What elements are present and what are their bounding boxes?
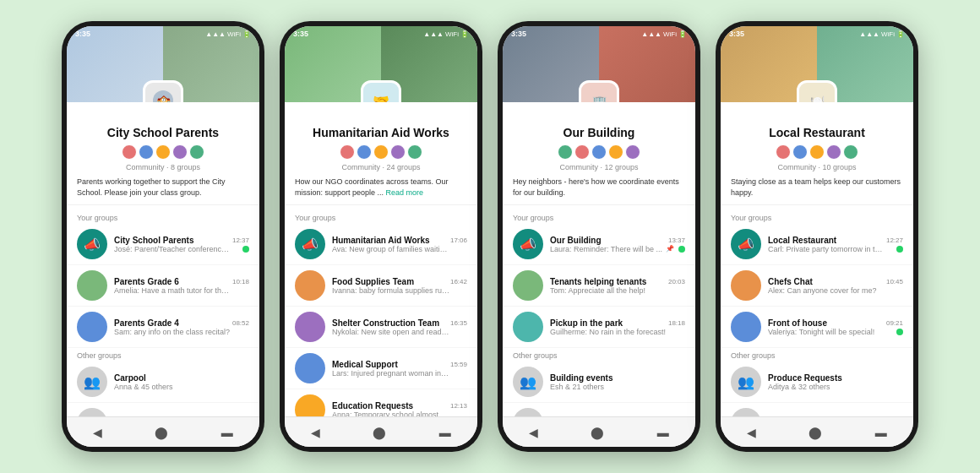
phone-body: Local Restaurant Community · 10 groups S… [721,102,913,416]
recents-button[interactable]: ▬ [221,426,233,439]
group-item[interactable]: Food Supplies Team 16:42 Ivanna: baby fo… [285,265,477,307]
group-info: Parents Grade 6 10:18 Amelia: Have a mat… [114,277,249,295]
group-avatar-icon: 👥 [77,367,107,397]
group-info: Chefs Chat 10:45 Alex: Can anyone cover … [768,277,903,295]
battery-icon: 🔋 [460,30,469,38]
group-item[interactable]: 👥 Parents Grade 5 [67,403,259,416]
group-item[interactable]: Front of house 09:21 Valeriya: Tonight w… [721,307,913,348]
phone-header: 3:35 ▲▲▲ WiFi 🔋 🏫 [67,26,259,102]
group-time: 12:27 [886,236,903,244]
group-name: Front of house [768,318,827,328]
status-bar: 3:35 ▲▲▲ WiFi 🔋 [511,30,687,38]
group-name: Chefs Chat [768,277,813,286]
group-item[interactable]: 👥 Building events Esh & 21 others [503,362,695,403]
wifi-icon: WiFi [227,30,241,38]
group-item[interactable]: 👥 Monthly Volunteering [721,403,913,416]
wifi-icon: WiFi [663,30,677,38]
back-button[interactable]: ◀ [529,426,538,439]
group-name: City School Parents [114,236,193,245]
group-info: Building events Esh & 21 others [550,373,685,391]
group-avatar [295,353,325,383]
back-button[interactable]: ◀ [747,426,756,439]
home-button[interactable]: ⬤ [373,426,386,439]
group-preview: Lars: Injured pregnant woman in need ... [332,369,450,378]
group-item[interactable]: Pickup in the park 18:18 Guilherme: No r… [503,307,695,348]
group-item[interactable]: 👥 Carpool Anna & 45 others [67,362,259,403]
group-preview: Aditya & 32 others [768,383,830,391]
group-info: Produce Requests Aditya & 32 others [768,373,903,391]
group-info: Tenants helping tenants 20:03 Tom: Appre… [550,277,685,295]
group-item[interactable]: 📣 Our Building 13:37 Laura: Reminder: Th… [503,224,695,265]
group-info: Front of house 09:21 Valeriya: Tonight w… [768,318,903,336]
community-meta: Community · 8 groups [77,163,249,171]
back-button[interactable]: ◀ [311,426,320,439]
group-info: Medical Support 15:59 Lars: Injured preg… [332,360,467,378]
group-avatar-icon: 👥 [731,408,761,416]
status-bar: 3:35 ▲▲▲ WiFi 🔋 [293,30,469,38]
group-item[interactable]: Medical Support 15:59 Lars: Injured preg… [285,348,477,389]
community-icon: 🏫 [143,80,183,102]
avatar [155,144,171,160]
status-time: 3:35 [293,30,308,38]
group-info: City School Parents 12:37 José: Parent/T… [114,236,249,253]
member-avatars [513,144,685,160]
community-icon: 🍽️ [797,80,837,102]
avatar [608,144,623,160]
avatar [776,144,791,160]
group-time: 12:13 [450,402,467,410]
group-avatar [77,312,107,342]
group-item[interactable]: Chefs Chat 10:45 Alex: Can anyone cover … [721,265,913,307]
back-button[interactable]: ◀ [93,426,102,439]
group-item[interactable]: Tenants helping tenants 20:03 Tom: Appre… [503,265,695,307]
avatar [558,144,573,160]
group-item[interactable]: 📣 Humanitarian Aid Works 17:06 Ava: New … [285,224,477,265]
group-time: 16:35 [450,319,467,327]
phone-screen: 3:35 ▲▲▲ WiFi 🔋 🏫 City School Parents Co… [67,26,259,447]
member-avatars [731,144,903,160]
status-time: 3:35 [511,30,526,38]
recents-button[interactable]: ▬ [875,426,887,439]
group-item[interactable]: 👥 Dog owners [503,403,695,416]
group-time: 18:18 [668,319,685,327]
group-preview: Esh & 21 others [550,383,604,391]
group-avatar-icon: 👥 [731,367,761,397]
group-preview: Guilherme: No rain in the forecast! [550,328,666,336]
group-item[interactable]: 📣 City School Parents 12:37 José: Parent… [67,224,259,265]
group-item[interactable]: Parents Grade 4 08:52 Sam: any info on t… [67,307,259,348]
group-item[interactable]: Shelter Construction Team 16:35 Nykolai:… [285,307,477,348]
group-name: Humanitarian Aid Works [332,236,430,245]
group-preview: Nykolai: New site open and ready for ... [332,328,450,336]
community-info: Our Building Community · 12 groups Hey n… [503,102,695,205]
community-name: Our Building [513,126,685,139]
group-item[interactable]: 📣 Local Restaurant 12:27 Carl: Private p… [721,224,913,265]
group-item[interactable]: 👥 Produce Requests Aditya & 32 others [721,362,913,403]
svg-text:🏢: 🏢 [592,95,607,102]
group-info: Food Supplies Team 16:42 Ivanna: baby fo… [332,277,467,295]
group-time: 08:52 [232,319,249,327]
group-avatar [295,312,325,342]
group-name: Tenants helping tenants [550,277,646,286]
group-info: Local Restaurant 12:27 Carl: Private par… [768,236,903,253]
avatar [340,144,355,160]
group-time: 16:42 [450,278,467,285]
group-item[interactable]: Education Requests 12:13 Anna: Temporary… [285,389,477,416]
wifi-icon: WiFi [881,30,895,38]
signal-icon: ▲▲▲ [205,30,226,38]
read-more-link[interactable]: Read more [386,188,424,197]
signal-icon: ▲▲▲ [641,30,662,38]
group-name: Produce Requests [768,373,842,383]
phone-footer: ◀ ⬤ ▬ [67,416,259,447]
community-name: City School Parents [77,126,249,139]
your-groups-label: Your groups [285,210,477,224]
home-button[interactable]: ⬤ [591,426,604,439]
recents-button[interactable]: ▬ [439,426,451,439]
status-bar: 3:35 ▲▲▲ WiFi 🔋 [729,30,905,38]
group-item[interactable]: Parents Grade 6 10:18 Amelia: Have a mat… [67,265,259,307]
avatar [625,144,640,160]
group-preview: Anna & 45 others [114,383,173,391]
home-button[interactable]: ⬤ [155,426,168,439]
recents-button[interactable]: ▬ [657,426,669,439]
avatar [809,144,825,160]
home-button[interactable]: ⬤ [808,426,822,439]
avatar [792,144,808,160]
